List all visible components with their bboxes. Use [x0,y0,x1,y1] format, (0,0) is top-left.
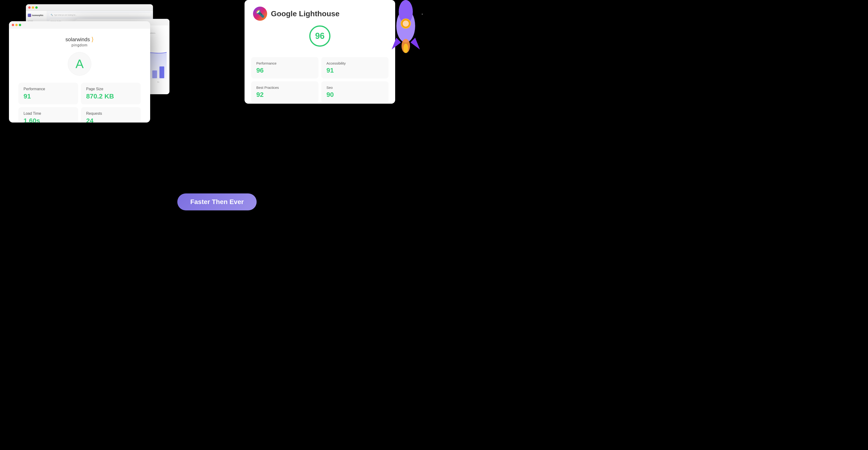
pingdom-fullscreen [19,24,21,26]
grade-circle: A [68,52,91,76]
svg-point-18 [386,21,388,22]
arrow-icon: ⟩ [91,36,94,43]
rocket-svg [382,0,429,68]
svg-point-17 [422,14,423,15]
lh-metric-accessibility: Accessibility 91 [321,57,389,79]
lh-title: Google Lighthouse [271,9,340,18]
svg-rect-7 [160,66,164,78]
search-bar[interactable]: 🔍 Type what you are looking for... [49,13,151,17]
metric-performance: Performance 91 [18,83,78,104]
pingdom-titlebar [9,21,150,29]
grade-value: A [75,57,84,71]
cta-text: Faster Then Ever [190,198,244,205]
close-dot [28,6,31,9]
pingdom-metrics: Performance 91 Page Size 870.2 KB Load T… [18,83,141,122]
metric-performance-value: 91 [24,92,73,100]
cta-button[interactable]: Faster Then Ever [177,193,256,210]
xaxis-fri: Fri [157,81,159,83]
lh-best-practices-label: Best Practices [256,86,313,89]
lh-best-practices-value: 92 [256,91,313,99]
lh-logo: 🔦 [253,7,267,21]
lh-metrics: Performance 96 Accessibility 91 Best Pra… [245,57,395,104]
lh-metric-seo: Seo 90 [321,81,389,103]
pingdom-brand: solarwinds ⟩ [65,36,94,43]
logo-label: isomorphic [32,14,43,17]
metric-pagesize-label: Page Size [86,87,135,91]
pingdom-minimize [15,24,18,26]
lh-seo-label: Seo [327,86,383,89]
svg-point-11 [403,21,409,27]
search-placeholder: Type what you are looking for... [54,14,77,16]
pingdom-close [12,24,14,26]
metric-requests: Requests 24 [81,107,141,122]
svg-rect-6 [152,71,157,78]
pingdom-body: solarwinds ⟩ pingdom A Performance 91 Pa… [9,29,150,122]
scene: isomorphic HOME E-Commerce Support Logis… [0,0,434,225]
lh-metric-best-practices: Best Practices 92 [251,81,318,103]
lh-accessibility-label: Accessibility [327,61,383,65]
logo-icon [28,14,31,17]
sidebar-logo: isomorphic [26,13,47,19]
rocket [382,0,434,71]
lh-performance-value: 96 [256,67,313,74]
svg-point-16 [389,6,390,8]
metric-loadtime: Load Time 1.60s [18,107,78,122]
metric-loadtime-label: Load Time [24,111,73,116]
svg-point-15 [403,44,408,53]
metric-requests-label: Requests [86,111,135,116]
lh-accessibility-value: 91 [327,67,383,74]
lh-performance-label: Performance [256,61,313,65]
brand-name: solarwinds [65,36,90,43]
lh-score-circle: 96 [309,25,331,47]
pingdom-traffic-lights [12,24,21,26]
lh-score-container: 96 [245,25,395,52]
svg-marker-13 [410,38,420,50]
lh-metric-performance: Performance 96 [251,57,318,79]
search-icon: 🔍 [51,14,53,16]
minimize-dot [32,6,34,9]
metric-loadtime-value: 1.60s [24,117,73,122]
metric-performance-label: Performance [24,87,73,91]
lh-seo-value: 90 [327,91,383,99]
pingdom-window: solarwinds ⟩ pingdom A Performance 91 Pa… [9,21,150,122]
pingdom-logo: solarwinds ⟩ pingdom [65,36,94,47]
fullscreen-dot [35,6,38,9]
lighthouse-window: 🔦 Google Lighthouse 96 Performance 96 Ac… [245,0,395,104]
metric-pagesize: Page Size 870.2 KB [81,83,141,104]
traffic-lights [28,6,38,9]
lh-header: 🔦 Google Lighthouse [245,0,395,25]
svg-marker-12 [392,38,401,50]
lh-score-value: 96 [315,31,324,41]
metric-pagesize-value: 870.2 KB [86,92,135,100]
product-name: pingdom [71,43,88,47]
metric-requests-value: 24 [86,117,135,122]
back-window-titlebar [26,4,153,11]
